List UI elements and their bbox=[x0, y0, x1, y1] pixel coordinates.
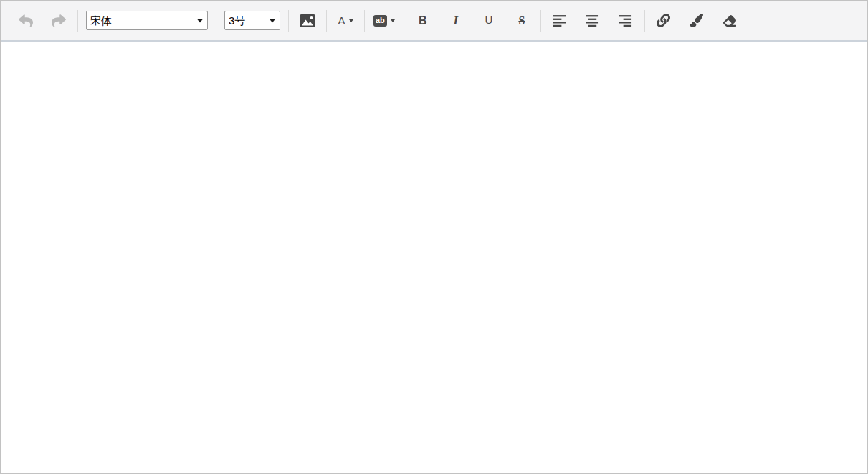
image-icon bbox=[299, 14, 316, 28]
undo-button[interactable] bbox=[16, 11, 36, 31]
strikethrough-label: S bbox=[518, 15, 525, 27]
align-right-button[interactable] bbox=[616, 11, 636, 31]
italic-button[interactable]: I bbox=[446, 11, 466, 31]
toolbar-separator bbox=[644, 10, 645, 32]
toolbar-separator bbox=[404, 10, 404, 32]
bold-label: B bbox=[419, 15, 427, 27]
format-brush-button[interactable] bbox=[687, 11, 707, 31]
align-center-button[interactable] bbox=[583, 11, 603, 31]
underline-label: U bbox=[484, 14, 493, 27]
toolbar-separator bbox=[77, 10, 78, 32]
font-color-label: A bbox=[338, 15, 345, 26]
rich-text-editor: 宋体 3号 A ab B bbox=[0, 0, 868, 474]
brush-icon bbox=[690, 14, 703, 27]
font-size-select-wrap: 3号 bbox=[224, 11, 280, 30]
toolbar-separator bbox=[364, 10, 365, 32]
underline-button[interactable]: U bbox=[479, 11, 499, 31]
font-color-button[interactable]: A bbox=[335, 11, 356, 31]
chevron-down-icon bbox=[391, 19, 395, 22]
align-right-icon bbox=[619, 14, 632, 27]
align-left-icon bbox=[553, 14, 566, 27]
editor-toolbar: 宋体 3号 A ab B bbox=[1, 1, 867, 42]
toolbar-separator bbox=[540, 10, 541, 32]
chevron-down-icon bbox=[349, 19, 353, 22]
align-center-icon bbox=[586, 14, 599, 27]
italic-label: I bbox=[454, 14, 459, 27]
toolbar-separator bbox=[216, 10, 216, 32]
font-family-select-wrap: 宋体 bbox=[86, 11, 208, 30]
highlight-color-button[interactable]: ab bbox=[373, 11, 395, 31]
eraser-button[interactable] bbox=[720, 11, 740, 31]
link-icon bbox=[657, 14, 670, 27]
eraser-icon bbox=[722, 14, 737, 27]
toolbar-separator bbox=[288, 10, 289, 32]
align-left-button[interactable] bbox=[550, 11, 570, 31]
strikethrough-button[interactable]: S bbox=[512, 11, 532, 31]
redo-icon bbox=[52, 14, 66, 28]
insert-link-button[interactable] bbox=[654, 11, 674, 31]
toolbar-separator bbox=[326, 10, 327, 32]
font-family-select[interactable]: 宋体 bbox=[86, 11, 208, 30]
font-size-select[interactable]: 3号 bbox=[224, 11, 280, 30]
insert-image-button[interactable] bbox=[297, 11, 318, 31]
redo-button[interactable] bbox=[49, 11, 69, 31]
bold-button[interactable]: B bbox=[413, 11, 433, 31]
highlight-label: ab bbox=[373, 15, 387, 27]
editor-content-area[interactable] bbox=[1, 42, 867, 473]
undo-icon bbox=[19, 14, 33, 28]
